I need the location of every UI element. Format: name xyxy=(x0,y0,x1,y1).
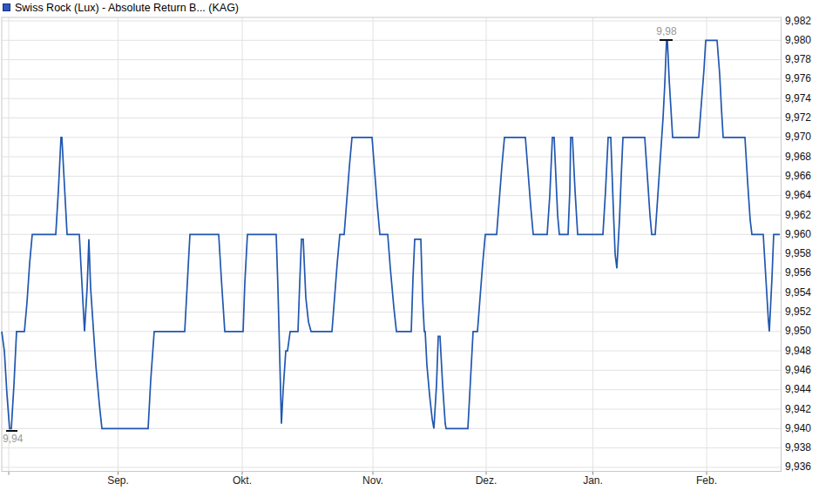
y-axis-label: 9,972 xyxy=(785,111,818,124)
y-axis-label: 9,956 xyxy=(785,266,818,279)
y-axis-label: 9,968 xyxy=(785,151,818,164)
price-line-chart[interactable] xyxy=(0,0,819,504)
x-axis-label: Jan. xyxy=(574,474,613,487)
y-axis-label: 9,936 xyxy=(785,460,818,474)
x-axis-label: Dez. xyxy=(467,474,505,487)
y-axis-label: 9,942 xyxy=(785,403,818,416)
y-axis-label: 9,964 xyxy=(785,189,818,202)
y-axis-label: 9,946 xyxy=(785,364,818,377)
y-axis-label: 9,958 xyxy=(785,247,818,260)
high-annotation: 9,98 xyxy=(647,25,686,37)
y-axis-label: 9,980 xyxy=(785,34,818,47)
y-axis-label: 9,948 xyxy=(785,345,818,358)
y-axis-label: 9,970 xyxy=(785,131,818,144)
y-axis-label: 9,952 xyxy=(785,306,818,319)
y-axis-label: 9,938 xyxy=(785,441,818,454)
y-axis-label: 9,950 xyxy=(785,325,818,338)
y-axis-label: 9,974 xyxy=(785,92,818,105)
y-axis-label: 9,960 xyxy=(785,228,818,241)
y-axis-label: 9,982 xyxy=(785,15,818,28)
y-axis-label: 9,976 xyxy=(785,72,818,85)
low-annotation: 9,94 xyxy=(3,433,23,445)
y-axis-label: 9,940 xyxy=(785,422,818,435)
chart-window: Swiss Rock (Lux) - Absolute Return B... … xyxy=(0,0,819,504)
x-axis-label: Okt. xyxy=(223,474,261,487)
y-axis-label: 9,962 xyxy=(785,209,818,222)
y-axis-label: 9,978 xyxy=(785,53,818,66)
x-axis-label: Nov. xyxy=(354,474,392,487)
x-axis-label: Sep. xyxy=(99,474,138,487)
high-marker-tick xyxy=(660,39,673,41)
low-marker-tick xyxy=(6,430,17,432)
y-axis-label: 9,966 xyxy=(785,170,818,183)
y-axis-label: 9,944 xyxy=(785,383,818,396)
y-axis-label: 9,954 xyxy=(785,286,818,299)
x-axis-label: Feb. xyxy=(687,474,726,487)
